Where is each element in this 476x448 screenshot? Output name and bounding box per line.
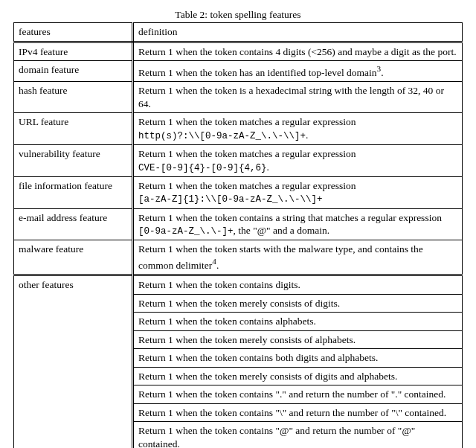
table-caption: Table 2: token spelling features bbox=[13, 9, 463, 21]
feature-def: Return 1 when the token contains digits. bbox=[133, 275, 463, 295]
feature-name: URL feature bbox=[14, 113, 133, 145]
table-row: other features Return 1 when the token c… bbox=[14, 275, 463, 295]
table-row: hash feature Return 1 when the token is … bbox=[14, 82, 463, 113]
feature-def: Return 1 when the token contains a strin… bbox=[133, 208, 463, 240]
feature-def: Return 1 when the token merely consists … bbox=[133, 330, 463, 349]
feature-name: IPv4 feature bbox=[14, 42, 133, 61]
feature-def: Return 1 when the token matches a regula… bbox=[133, 113, 463, 145]
feature-name: vulnerability feature bbox=[14, 145, 133, 177]
feature-def: Return 1 when the token matches a regula… bbox=[133, 145, 463, 177]
feature-def: Return 1 when the token matches a regula… bbox=[133, 176, 463, 208]
feature-name-other: other features bbox=[14, 275, 133, 448]
feature-def: Return 1 when the token contains "@" and… bbox=[133, 422, 463, 448]
feature-def: Return 1 when the token contains both di… bbox=[133, 349, 463, 368]
table-row: malware feature Return 1 when the token … bbox=[14, 240, 463, 275]
feature-def: Return 1 when the token contains 4 digit… bbox=[133, 42, 463, 61]
feature-name: file information feature bbox=[14, 176, 133, 208]
feature-name: domain feature bbox=[14, 61, 133, 82]
feature-def: Return 1 when the token contains "\" and… bbox=[133, 403, 463, 422]
table-row: e-mail address feature Return 1 when the… bbox=[14, 208, 463, 240]
header-features: features bbox=[14, 23, 133, 42]
feature-name: malware feature bbox=[14, 240, 133, 275]
table-header-row: features definition bbox=[14, 23, 463, 42]
table-row: URL feature Return 1 when the token matc… bbox=[14, 113, 463, 145]
table-row: file information feature Return 1 when t… bbox=[14, 176, 463, 208]
feature-name: hash feature bbox=[14, 82, 133, 113]
feature-table: features definition IPv4 feature Return … bbox=[13, 22, 463, 448]
table-row: IPv4 feature Return 1 when the token con… bbox=[14, 42, 463, 61]
header-definition: definition bbox=[133, 23, 463, 42]
table-row: vulnerability feature Return 1 when the … bbox=[14, 145, 463, 177]
feature-def: Return 1 when the token is a hexadecimal… bbox=[133, 82, 463, 113]
feature-def: Return 1 when the token contains alphabe… bbox=[133, 313, 463, 331]
feature-def: Return 1 when the token merely consists … bbox=[133, 367, 463, 385]
feature-def: Return 1 when the token starts with the … bbox=[133, 240, 463, 275]
feature-name: e-mail address feature bbox=[14, 208, 133, 240]
feature-def: Return 1 when the token merely consists … bbox=[133, 294, 463, 313]
table-row: domain feature Return 1 when the token h… bbox=[14, 61, 463, 82]
feature-def: Return 1 when the token has an identifie… bbox=[133, 61, 463, 82]
feature-def: Return 1 when the token contains "." and… bbox=[133, 385, 463, 404]
